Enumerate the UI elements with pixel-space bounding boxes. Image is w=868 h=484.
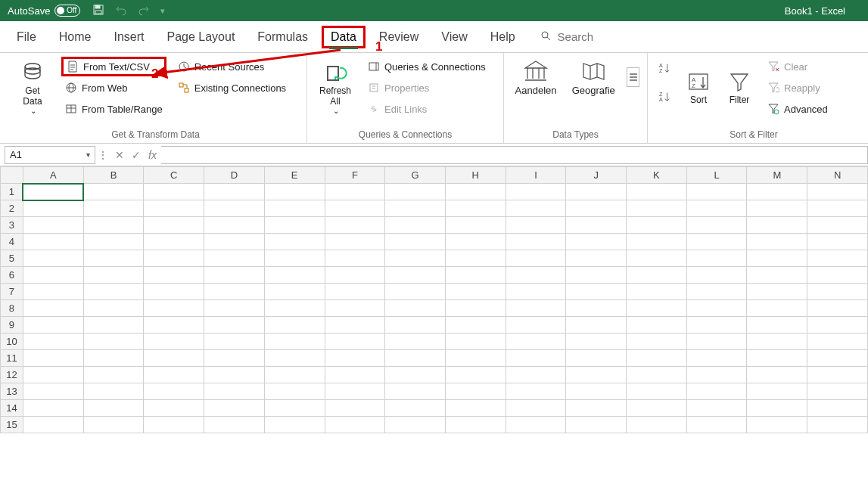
cell[interactable] — [23, 300, 83, 317]
cell[interactable] — [506, 284, 566, 300]
cell[interactable] — [144, 317, 204, 334]
tab-insert[interactable]: Insert — [104, 26, 153, 48]
cell[interactable] — [807, 300, 868, 317]
cell[interactable] — [83, 400, 144, 417]
cell[interactable] — [325, 184, 385, 200]
cancel-formula-icon[interactable]: ✕ — [115, 149, 124, 161]
queries-connections-button[interactable]: Queries & Connections — [365, 57, 489, 76]
cell[interactable] — [445, 267, 506, 284]
sort-desc-button[interactable]: ZA — [655, 86, 674, 107]
cell[interactable] — [506, 184, 566, 200]
cell[interactable] — [204, 234, 265, 250]
cell[interactable] — [144, 350, 204, 367]
cell[interactable] — [23, 200, 83, 217]
qat-customize-icon[interactable]: ▾ — [160, 6, 165, 16]
cell[interactable] — [325, 350, 385, 367]
from-text-csv-button[interactable]: From Text/CSV — [62, 57, 166, 76]
cell[interactable] — [807, 383, 868, 400]
cell[interactable] — [747, 367, 807, 383]
cell[interactable] — [204, 367, 265, 383]
tab-file[interactable]: File — [8, 26, 45, 48]
column-header[interactable]: C — [144, 167, 204, 184]
cell[interactable] — [566, 317, 627, 334]
row-header[interactable]: 5 — [1, 250, 23, 267]
cell[interactable] — [325, 200, 385, 217]
cell[interactable] — [747, 417, 807, 433]
cell[interactable] — [506, 234, 566, 250]
cell[interactable] — [204, 334, 265, 350]
cell[interactable] — [627, 417, 687, 433]
cell[interactable] — [686, 350, 747, 367]
cell[interactable] — [385, 300, 446, 317]
cell[interactable] — [506, 350, 566, 367]
column-header[interactable]: E — [264, 167, 325, 184]
cell[interactable] — [627, 284, 687, 300]
cell[interactable] — [325, 334, 385, 350]
cell[interactable] — [807, 250, 868, 267]
cell[interactable] — [144, 334, 204, 350]
cell[interactable] — [325, 267, 385, 284]
cell[interactable] — [506, 300, 566, 317]
cell[interactable] — [686, 200, 747, 217]
cell[interactable] — [385, 317, 446, 334]
cell[interactable] — [264, 367, 325, 383]
column-header[interactable]: F — [325, 167, 385, 184]
tab-help[interactable]: Help — [481, 26, 524, 48]
cell[interactable] — [506, 217, 566, 234]
cell[interactable] — [747, 300, 807, 317]
row-header[interactable]: 6 — [1, 267, 23, 284]
cell[interactable] — [445, 234, 506, 250]
cell[interactable] — [264, 400, 325, 417]
cell[interactable] — [445, 417, 506, 433]
row-header[interactable]: 4 — [1, 234, 23, 250]
cell[interactable] — [807, 184, 868, 200]
cell[interactable] — [445, 217, 506, 234]
cell[interactable] — [686, 417, 747, 433]
cell[interactable] — [83, 217, 144, 234]
cell[interactable] — [23, 234, 83, 250]
column-header[interactable]: G — [385, 167, 446, 184]
cell[interactable] — [385, 250, 446, 267]
cell[interactable] — [627, 184, 687, 200]
cell[interactable] — [23, 267, 83, 284]
existing-connections-button[interactable]: Existing Connections — [175, 79, 289, 97]
cell[interactable] — [385, 334, 446, 350]
cell[interactable] — [264, 317, 325, 334]
column-header[interactable]: J — [566, 167, 627, 184]
cell[interactable] — [807, 200, 868, 217]
cell[interactable] — [747, 284, 807, 300]
cell[interactable] — [23, 417, 83, 433]
row-header[interactable]: 11 — [1, 350, 23, 367]
cell[interactable] — [686, 267, 747, 284]
cell[interactable] — [385, 234, 446, 250]
cell[interactable] — [325, 217, 385, 234]
cell[interactable] — [385, 284, 446, 300]
cell[interactable] — [264, 217, 325, 234]
row-header[interactable]: 13 — [1, 383, 23, 400]
cell[interactable] — [627, 317, 687, 334]
cell[interactable] — [686, 383, 747, 400]
cell[interactable] — [144, 250, 204, 267]
redo-icon[interactable] — [138, 4, 150, 18]
cell[interactable] — [23, 350, 83, 367]
cell[interactable] — [506, 200, 566, 217]
cell[interactable] — [445, 334, 506, 350]
data-types-more[interactable] — [627, 67, 639, 87]
tab-review[interactable]: Review — [370, 26, 428, 48]
cell[interactable] — [83, 184, 144, 200]
cell[interactable] — [264, 383, 325, 400]
cell[interactable] — [144, 383, 204, 400]
cell[interactable] — [506, 267, 566, 284]
cell[interactable] — [627, 200, 687, 217]
cell[interactable] — [385, 184, 446, 200]
cell[interactable] — [807, 284, 868, 300]
advanced-filter-button[interactable]: Advanced — [764, 100, 831, 118]
cell[interactable] — [204, 250, 265, 267]
cell[interactable] — [264, 200, 325, 217]
cell[interactable] — [506, 367, 566, 383]
cell[interactable] — [506, 250, 566, 267]
cell[interactable] — [325, 417, 385, 433]
cell[interactable] — [83, 417, 144, 433]
cell[interactable] — [627, 367, 687, 383]
sort-asc-button[interactable]: AZ — [655, 57, 674, 79]
